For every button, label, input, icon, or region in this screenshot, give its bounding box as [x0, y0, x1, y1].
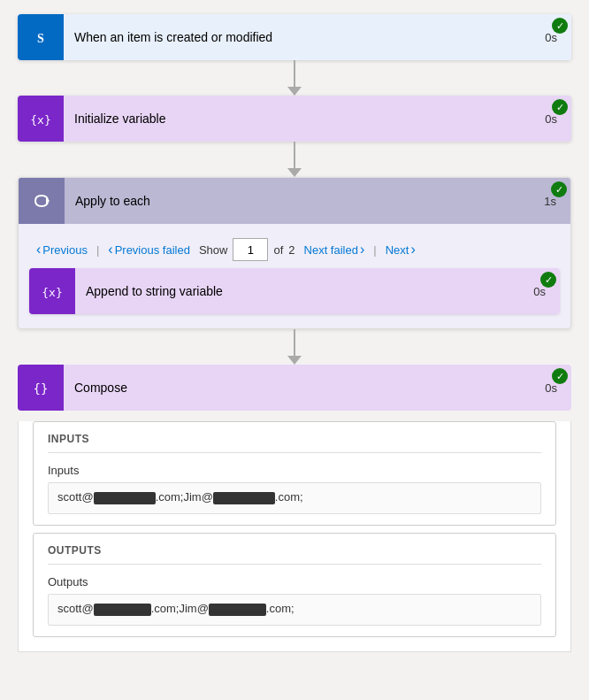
- append-variable-status: ✓: [540, 272, 556, 288]
- apply-each-header[interactable]: Apply to each 1s ✓: [19, 178, 570, 224]
- apply-each-status: ✓: [551, 181, 567, 197]
- connector-3: [287, 329, 302, 365]
- apply-each-icon: [19, 178, 65, 224]
- prev-chevron-icon: [36, 242, 41, 258]
- inputs-redacted-2: [213, 492, 275, 504]
- compose-title: Compose: [64, 381, 545, 395]
- step-sharepoint-status: ✓: [552, 18, 568, 34]
- next-chevron-icon: [410, 242, 415, 258]
- step-compose[interactable]: {} Compose 0s ✓: [18, 365, 571, 411]
- svg-rect-4: [29, 188, 54, 213]
- next-failed-chevron-icon: [360, 242, 364, 258]
- step-init-variable-status: ✓: [552, 99, 568, 115]
- append-variable-icon: {x}: [29, 268, 75, 314]
- svg-text:{x}: {x}: [42, 286, 62, 299]
- variable-icon: {x}: [18, 96, 64, 142]
- step-init-variable[interactable]: {x} Initialize variable 0s ✓: [18, 96, 571, 142]
- apply-each-title: Apply to each: [65, 194, 544, 208]
- pagination-bar: Previous | Previous failed Show of 2 Nex…: [29, 231, 560, 268]
- svg-text:S: S: [37, 32, 44, 45]
- append-variable-title: Append to string variable: [75, 284, 533, 298]
- total-pages: 2: [288, 243, 294, 257]
- outputs-field-value: scott@ .com;Jim@ .com;: [48, 594, 541, 626]
- compose-status: ✓: [552, 368, 568, 384]
- sharepoint-icon: S: [18, 14, 64, 60]
- prev-failed-chevron-icon: [108, 242, 112, 258]
- separator-1: |: [96, 243, 99, 257]
- inputs-field-label: Inputs: [48, 464, 541, 477]
- svg-text:{}: {}: [34, 381, 49, 396]
- connector-2: [287, 142, 302, 177]
- inputs-middle: .com;Jim@: [156, 490, 213, 504]
- outputs-section-title: OUTPUTS: [48, 544, 541, 565]
- flow-container: S When an item is created or modified 0s…: [0, 0, 589, 666]
- next-button[interactable]: Next: [382, 240, 419, 259]
- outputs-redacted-2: [209, 604, 266, 616]
- svg-text:{x}: {x}: [30, 113, 50, 127]
- inputs-section-title: INPUTS: [48, 433, 541, 453]
- apply-each-body: Previous | Previous failed Show of 2 Nex…: [19, 224, 570, 328]
- step-append-variable[interactable]: {x} Append to string variable 0s ✓: [29, 268, 560, 314]
- previous-failed-button[interactable]: Previous failed: [104, 240, 194, 259]
- outputs-suffix: .com;: [266, 602, 294, 615]
- previous-label: Previous: [42, 243, 88, 257]
- previous-button[interactable]: Previous: [33, 240, 91, 259]
- outputs-redacted-1: [94, 604, 151, 616]
- inputs-redacted-1: [94, 492, 156, 504]
- step-apply-each: Apply to each 1s ✓ Previous | Previous f…: [18, 177, 571, 329]
- page-input[interactable]: [233, 238, 268, 261]
- outputs-prefix: scott@: [57, 602, 94, 615]
- inputs-field-value: scott@ .com;Jim@ .com;: [48, 482, 541, 514]
- outputs-middle: .com;Jim@: [151, 602, 209, 615]
- next-label: Next: [386, 243, 409, 257]
- previous-failed-label: Previous failed: [115, 243, 190, 257]
- inputs-section: INPUTS Inputs scott@ .com;Jim@ .com;: [33, 421, 556, 526]
- inputs-suffix: .com;: [275, 490, 303, 504]
- outputs-section: OUTPUTS Outputs scott@ .com;Jim@ .com;: [33, 533, 556, 637]
- inputs-prefix: scott@: [57, 490, 94, 504]
- show-label: Show: [199, 243, 228, 257]
- connector-1: [287, 60, 302, 96]
- compose-icon: {}: [18, 365, 64, 411]
- of-label: of: [273, 243, 283, 257]
- separator-2: |: [373, 243, 376, 257]
- next-failed-label: Next failed: [304, 243, 358, 257]
- outputs-field-label: Outputs: [48, 575, 541, 588]
- step-sharepoint-title: When an item is created or modified: [64, 30, 545, 44]
- step-init-variable-title: Initialize variable: [64, 112, 545, 126]
- next-failed-button[interactable]: Next failed: [301, 240, 369, 259]
- step-compose-outer: {} Compose 0s ✓ INPUTS Inputs scott@ .co…: [18, 365, 571, 652]
- compose-body: INPUTS Inputs scott@ .com;Jim@ .com; OUT…: [18, 421, 571, 652]
- step-sharepoint[interactable]: S When an item is created or modified 0s…: [18, 14, 571, 60]
